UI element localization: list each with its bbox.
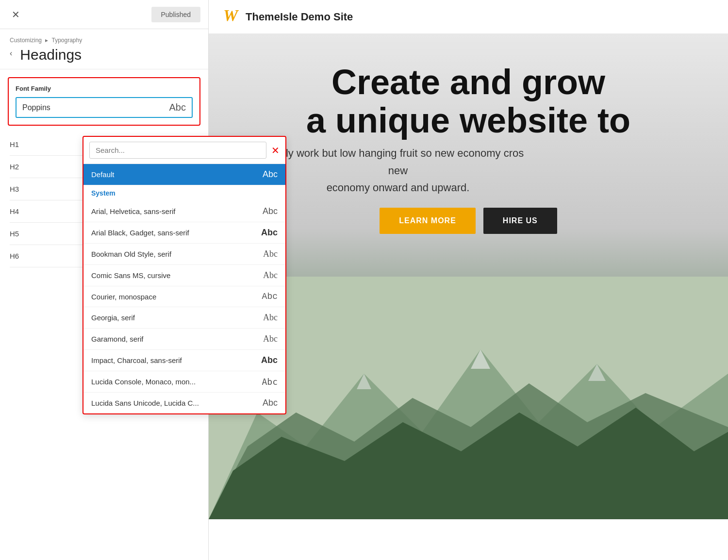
breadcrumb-child[interactable]: Typography <box>52 37 83 44</box>
dropdown-item-5[interactable]: Georgia, serif Abc <box>83 307 285 329</box>
item-name-2: Bookman Old Style, serif <box>91 250 263 258</box>
dropdown-group-system: System <box>83 185 285 201</box>
back-button[interactable]: ‹ <box>10 49 16 58</box>
website-preview: W ThemeIsle Demo Site Create and grow a … <box>209 0 728 560</box>
item-name-8: Lucida Console, Monaco, mon... <box>91 378 262 386</box>
dropdown-item-1[interactable]: Arial Black, Gadget, sans-serif Abc <box>83 222 285 244</box>
dropdown-item-default[interactable]: Default Abc <box>83 164 285 185</box>
svg-text:W: W <box>223 6 239 24</box>
logo-icon: W <box>223 6 241 27</box>
customizer-panel: ✕ Published Customizing ▸ Typography ‹ H… <box>0 0 209 560</box>
dropdown-item-0[interactable]: Arial, Helvetica, sans-serif Abc <box>83 201 285 222</box>
hire-us-button[interactable]: HIRE US <box>483 208 557 234</box>
hero-headline-part1: Create and grow <box>331 63 605 101</box>
hero-headline-part2: unique website to <box>335 101 630 140</box>
item-abc-9: Abc <box>263 398 278 408</box>
mountain-background <box>209 277 728 519</box>
site-name: ThemeIsle Demo Site <box>246 11 353 23</box>
dropdown-item-6[interactable]: Garamond, serif Abc <box>83 329 285 350</box>
dropdown-item-9[interactable]: Lucida Sans Unicode, Lucida C... Abc <box>83 393 285 413</box>
font-dropdown-panel: ✕ Default Abc System Arial, Helvetica, s… <box>83 136 286 414</box>
breadcrumb-section: Customizing ▸ Typography ‹ Headings <box>0 29 208 69</box>
item-abc-4: Abc <box>262 292 278 301</box>
site-logo: W ThemeIsle Demo Site <box>223 6 353 27</box>
top-bar: ✕ Published <box>0 0 208 29</box>
item-name-4: Courier, monospace <box>91 293 262 301</box>
font-family-value: Poppins <box>22 103 169 112</box>
dropdown-item-3[interactable]: Comic Sans MS, cursive Abc <box>83 265 285 286</box>
font-family-label: Font Family <box>16 85 193 92</box>
item-name-5: Georgia, serif <box>91 313 263 322</box>
font-search-input[interactable] <box>89 142 266 159</box>
dropdown-item-default-label: Default <box>91 170 263 179</box>
item-abc-7: Abc <box>261 355 278 365</box>
section-title: Headings <box>20 47 82 63</box>
heading-h1-label: H1 <box>10 140 19 148</box>
close-button[interactable]: ✕ <box>8 7 24 22</box>
heading-h6-label: H6 <box>10 252 19 260</box>
hero-body-1: cally work but low hanging fruit so new … <box>272 147 524 159</box>
hero-body-3: economy onward and upward. <box>327 181 470 194</box>
dropdown-item-4[interactable]: Courier, monospace Abc <box>83 286 285 307</box>
item-abc-3: Abc <box>263 270 278 280</box>
item-name-6: Garamond, serif <box>91 335 263 343</box>
dropdown-search-row: ✕ <box>83 137 285 164</box>
font-abc-preview: Abc <box>169 102 186 113</box>
item-abc-6: Abc <box>263 334 278 344</box>
learn-more-button[interactable]: LEARN MORE <box>380 208 476 234</box>
item-abc-0: Abc <box>263 206 278 216</box>
dropdown-close-button[interactable]: ✕ <box>271 145 280 156</box>
dropdown-list: Default Abc System Arial, Helvetica, san… <box>83 164 285 413</box>
breadcrumb-parent[interactable]: Customizing <box>10 37 42 44</box>
dropdown-item-2[interactable]: Bookman Old Style, serif Abc <box>83 244 285 265</box>
heading-h3-label: H3 <box>10 185 19 193</box>
font-family-section: Font Family Poppins Abc <box>8 77 200 126</box>
item-name-0: Arial, Helvetica, sans-serif <box>91 207 263 215</box>
dropdown-item-default-abc: Abc <box>263 169 278 180</box>
heading-h5-label: H5 <box>10 230 19 238</box>
item-name-7: Impact, Charcoal, sans-serif <box>91 356 261 364</box>
item-abc-8: Abc <box>262 377 278 387</box>
breadcrumb: Customizing ▸ Typography <box>10 37 199 44</box>
back-arrow-icon: ‹ <box>10 49 12 58</box>
site-header: W ThemeIsle Demo Site <box>209 0 728 34</box>
logo-svg: W <box>223 6 241 24</box>
font-family-input[interactable]: Poppins Abc <box>16 97 193 118</box>
heading-h2-label: H2 <box>10 163 19 171</box>
item-abc-5: Abc <box>263 313 278 323</box>
item-abc-1: Abc <box>261 228 278 238</box>
item-name-3: Comic Sans MS, cursive <box>91 271 263 280</box>
dropdown-item-8[interactable]: Lucida Console, Monaco, mon... Abc <box>83 371 285 393</box>
item-name-1: Arial Black, Gadget, sans-serif <box>91 229 261 237</box>
breadcrumb-separator: ▸ <box>45 37 48 44</box>
item-abc-2: Abc <box>263 249 278 259</box>
published-button[interactable]: Published <box>151 7 201 22</box>
hero-buttons: LEARN MORE HIRE US <box>228 208 709 234</box>
hero-section: Create and grow a unique website to call… <box>209 34 728 519</box>
hero-body-2: new <box>388 165 408 177</box>
item-name-9: Lucida Sans Unicode, Lucida C... <box>91 399 263 407</box>
dropdown-item-7[interactable]: Impact, Charcoal, sans-serif Abc <box>83 350 285 371</box>
heading-h4-label: H4 <box>10 207 19 215</box>
hero-headline: Create and grow a unique website to <box>228 63 709 140</box>
